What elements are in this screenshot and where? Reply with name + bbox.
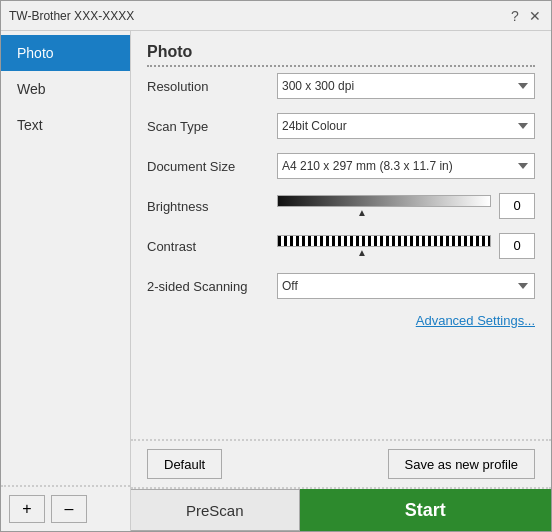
main-content: Photo Web Text + – Photo Resolution	[1, 31, 551, 531]
default-button[interactable]: Default	[147, 449, 222, 479]
brightness-label: Brightness	[147, 199, 277, 214]
resolution-row: Resolution 300 x 300 dpi	[147, 73, 535, 99]
brightness-slider-track	[277, 195, 491, 207]
remove-profile-button[interactable]: –	[51, 495, 87, 523]
two-sided-select[interactable]: Off	[277, 273, 535, 299]
document-size-row: Document Size A4 210 x 297 mm (8.3 x 11.…	[147, 153, 535, 179]
contrast-slider-track	[277, 235, 491, 247]
two-sided-label: 2-sided Scanning	[147, 279, 277, 294]
sidebar: Photo Web Text + –	[1, 31, 131, 531]
two-sided-row: 2-sided Scanning Off	[147, 273, 535, 299]
window: TW-Brother XXX-XXXX ? ✕ Photo Web Text +…	[0, 0, 552, 532]
contrast-label: Contrast	[147, 239, 277, 254]
brightness-slider-wrap: ▲	[277, 195, 491, 218]
scan-type-select[interactable]: 24bit Colour	[277, 113, 535, 139]
brightness-control: ▲ 0	[277, 193, 535, 219]
help-button[interactable]: ?	[507, 8, 523, 24]
resolution-select[interactable]: 300 x 300 dpi	[277, 73, 535, 99]
document-size-label: Document Size	[147, 159, 277, 174]
resolution-label: Resolution	[147, 79, 277, 94]
two-sided-control: Off	[277, 273, 535, 299]
bottom-bar: PreScan Start	[131, 487, 551, 531]
start-button[interactable]: Start	[300, 489, 551, 531]
document-size-control: A4 210 x 297 mm (8.3 x 11.7 in)	[277, 153, 535, 179]
contrast-slider-wrap: ▲	[277, 235, 491, 258]
right-panel: Photo Resolution 300 x 300 dpi Scan Type	[131, 31, 551, 531]
contrast-slider-arrow: ▲	[357, 247, 367, 258]
title-controls: ? ✕	[507, 8, 543, 24]
close-button[interactable]: ✕	[527, 8, 543, 24]
contrast-control: ▲ 0	[277, 233, 535, 259]
sidebar-bottom: + –	[1, 485, 130, 531]
sidebar-item-web[interactable]: Web	[1, 71, 130, 107]
scan-type-row: Scan Type 24bit Colour	[147, 113, 535, 139]
sidebar-item-photo[interactable]: Photo	[1, 35, 130, 71]
scan-type-control: 24bit Colour	[277, 113, 535, 139]
title-bar: TW-Brother XXX-XXXX ? ✕	[1, 1, 551, 31]
contrast-row: Contrast ▲ 0	[147, 233, 535, 259]
brightness-slider-arrow: ▲	[357, 207, 367, 218]
contrast-value[interactable]: 0	[499, 233, 535, 259]
panel-title: Photo	[147, 43, 535, 67]
brightness-value[interactable]: 0	[499, 193, 535, 219]
panel-content: Photo Resolution 300 x 300 dpi Scan Type	[131, 31, 551, 439]
save-new-profile-button[interactable]: Save as new profile	[388, 449, 535, 479]
prescan-button[interactable]: PreScan	[131, 489, 300, 531]
scan-type-label: Scan Type	[147, 119, 277, 134]
brightness-row: Brightness ▲ 0	[147, 193, 535, 219]
advanced-settings-link[interactable]: Advanced Settings...	[147, 313, 535, 328]
document-size-select[interactable]: A4 210 x 297 mm (8.3 x 11.7 in)	[277, 153, 535, 179]
sidebar-item-text[interactable]: Text	[1, 107, 130, 143]
add-profile-button[interactable]: +	[9, 495, 45, 523]
resolution-control: 300 x 300 dpi	[277, 73, 535, 99]
panel-footer: Default Save as new profile	[131, 439, 551, 487]
window-title: TW-Brother XXX-XXXX	[9, 9, 134, 23]
